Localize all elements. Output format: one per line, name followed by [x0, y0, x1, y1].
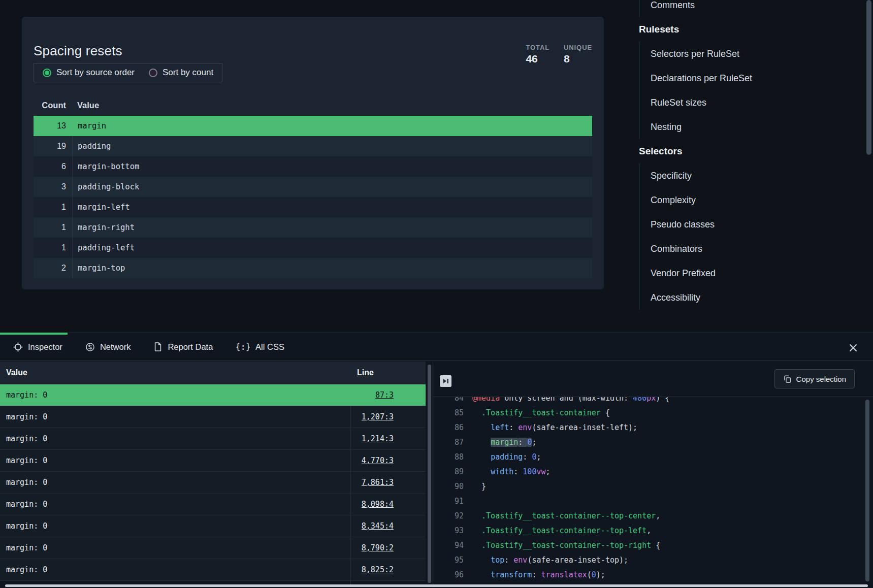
sidebar-item-declarations-per-ruleset[interactable]: Declarations per RuleSet — [639, 66, 865, 90]
line-number: 85 — [433, 406, 464, 420]
tab-report-data[interactable]: Report Data — [153, 342, 213, 352]
line-link[interactable]: 1,214:3 — [362, 434, 394, 443]
code-token: top — [491, 556, 504, 565]
stat-total-value: 46 — [526, 53, 549, 65]
sidebar-item-comments[interactable]: Comments — [639, 0, 865, 17]
copy-icon — [783, 375, 792, 383]
spacing-table-row[interactable]: 2margin-top — [34, 258, 592, 278]
spacing-table-header: Count Value — [34, 95, 592, 116]
spacing-table-row[interactable]: 1margin-left — [34, 197, 592, 217]
line-link[interactable]: 8,825:2 — [362, 565, 394, 574]
line-link[interactable]: 8,098:4 — [362, 500, 394, 509]
spacing-table-row[interactable]: 3padding-block — [34, 177, 592, 197]
code-token: px — [646, 397, 656, 403]
count-cell: 13 — [34, 116, 73, 136]
code-line: 88 padding: 0; — [433, 450, 866, 465]
count-cell: 3 — [34, 177, 73, 197]
line-link[interactable]: 87:3 — [375, 390, 394, 400]
table-row: margin: 04,770:3 — [0, 450, 426, 472]
line-cell: 8,345:4 — [350, 521, 426, 531]
sort-by-count-radio[interactable]: Sort by count — [149, 68, 213, 78]
value-cell: margin-top — [73, 258, 592, 278]
sidebar-item-combinators[interactable]: Combinators — [639, 237, 865, 261]
code-token: vw — [536, 467, 545, 476]
spacing-table-row[interactable]: 6margin-bottom — [34, 156, 592, 177]
code-line: 96 transform: translatex(0); — [433, 568, 866, 582]
code-text: .Toastify__toast-container--top-right { — [464, 538, 660, 553]
value-cell: padding-left — [73, 238, 592, 258]
code-token: : — [513, 467, 523, 476]
code-text: .Toastify__toast-container--top-left, — [464, 524, 651, 538]
code-line: 95 top: env(safe-area-inset-top); — [433, 553, 866, 568]
page-title: Spacing resets — [34, 43, 122, 59]
line-link[interactable]: 7,861:3 — [362, 478, 394, 487]
code-token: only screen and (max-width: — [500, 397, 633, 403]
count-cell: 19 — [34, 136, 73, 156]
stats: TOTAL 46 UNIQUE 8 — [526, 44, 592, 65]
tab-network[interactable]: Network — [85, 342, 131, 352]
code-token: .Toastify__toast-container--top-center — [481, 511, 656, 520]
sort-by-source-order-radio[interactable]: Sort by source order — [43, 68, 135, 78]
panel-tabbar: Inspector Network Report Data {:} All CS… — [0, 333, 873, 361]
value-cell: margin: 0 — [0, 412, 350, 421]
count-cell: 1 — [34, 238, 73, 258]
sidebar-item-accessibility[interactable]: Accessibility — [639, 285, 865, 310]
table-row: margin: 01,207:3 — [0, 406, 426, 428]
table-row: margin: 08,345:4 — [0, 515, 426, 537]
horizontal-scrollbar[interactable] — [5, 584, 868, 587]
code-token: (safe-area-inset-top); — [527, 556, 628, 565]
code-token: ; — [532, 438, 536, 447]
spacing-table-row[interactable]: 19padding — [34, 136, 592, 156]
table-row: margin: 08,098:4 — [0, 494, 426, 515]
radio-unselected-icon[interactable] — [149, 69, 157, 77]
sidebar-item-specificity[interactable]: Specificity — [639, 164, 865, 188]
results-scrollbar[interactable] — [428, 365, 431, 583]
code-token: .Toastify__toast-container--top-right — [481, 541, 651, 550]
sidebar-item-pseudo-classes[interactable]: Pseudo classes — [639, 212, 865, 237]
copy-selection-button[interactable]: Copy selection — [774, 369, 855, 388]
code-token: (safe-area-inset-left); — [532, 423, 637, 432]
code-viewer-header: Copy selection — [433, 362, 873, 397]
sidebar-item-vendor-prefixed[interactable]: Vendor Prefixed — [639, 261, 865, 285]
spacing-table-row[interactable]: 1margin-right — [34, 217, 592, 238]
sidebar-group: Selectors per RuleSetDeclarations per Ru… — [639, 42, 865, 139]
page-scrollbar[interactable] — [866, 0, 871, 155]
results-table-header: Value Line — [0, 362, 426, 384]
code-token: : — [523, 452, 532, 462]
sidebar-item-nesting[interactable]: Nesting — [639, 115, 865, 139]
line-number: 84 — [433, 397, 464, 406]
line-link[interactable]: 4,770:3 — [362, 456, 394, 465]
code-token: } — [472, 482, 486, 491]
close-icon — [847, 341, 860, 354]
line-number: 94 — [433, 538, 464, 553]
spacing-table-row[interactable]: 13margin — [34, 116, 592, 136]
value-cell: margin-right — [73, 217, 592, 238]
line-column-header[interactable]: Line — [350, 368, 426, 377]
close-panel-button[interactable] — [847, 341, 860, 354]
code-line: 94 .Toastify__toast-container--top-right… — [433, 538, 866, 553]
sidebar-item-selectors-per-ruleset[interactable]: Selectors per RuleSet — [639, 42, 865, 66]
line-number: 92 — [433, 509, 464, 524]
line-link[interactable]: 8,345:4 — [362, 521, 394, 531]
active-tab-indicator — [0, 333, 68, 335]
spacing-table-row[interactable]: 1padding-left — [34, 238, 592, 258]
sidebar-section-heading: Rulesets — [639, 17, 865, 42]
tab-label: Network — [100, 342, 131, 352]
copy-selection-label: Copy selection — [796, 375, 846, 383]
tab-all-css[interactable]: {:} All CSS — [235, 342, 284, 352]
code-scrollbar[interactable] — [865, 400, 869, 581]
code-token — [472, 467, 491, 476]
code-viewer[interactable]: 84@media only screen and (max-width: 480… — [433, 397, 866, 584]
line-link[interactable]: 1,207:3 — [362, 412, 394, 421]
code-line: 86 left: env(safe-area-inset-left); — [433, 420, 866, 435]
code-line: 90 } — [433, 479, 866, 494]
tab-inspector[interactable]: Inspector — [13, 342, 62, 352]
sidebar-item-ruleset-sizes[interactable]: RuleSet sizes — [639, 90, 865, 115]
code-token: 0 — [592, 570, 596, 579]
radio-selected-icon[interactable] — [43, 69, 51, 77]
line-number: 88 — [433, 450, 464, 465]
expand-sidebar-button[interactable] — [440, 375, 451, 387]
code-token: ; — [546, 467, 551, 476]
sidebar-item-complexity[interactable]: Complexity — [639, 188, 865, 212]
line-link[interactable]: 8,790:2 — [362, 543, 394, 552]
